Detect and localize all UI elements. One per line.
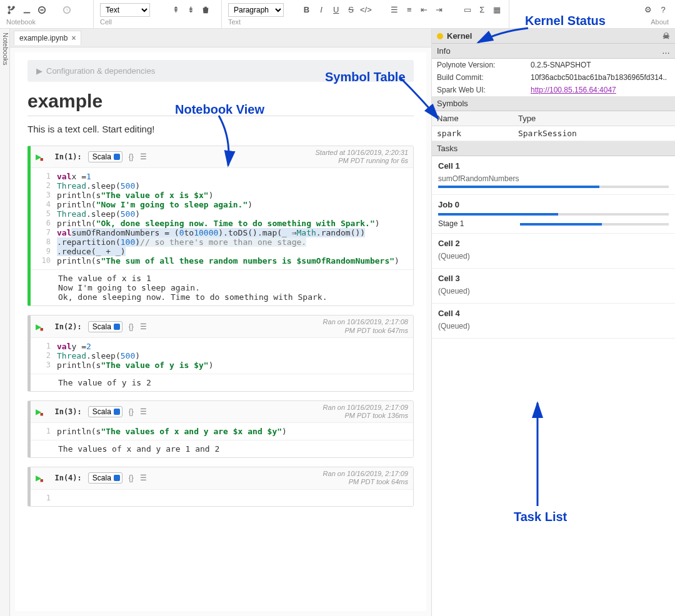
kernel-status-dot	[437, 33, 443, 39]
formula-icon[interactable]: Σ	[476, 4, 488, 16]
stop-icon[interactable]: ■	[40, 477, 43, 484]
tasks-header[interactable]: Tasks	[432, 141, 675, 156]
info-header[interactable]: Info…	[432, 44, 675, 59]
strike-icon[interactable]: S	[346, 4, 357, 16]
code-icon[interactable]: </>	[360, 4, 371, 16]
table-icon[interactable]: ▦	[491, 4, 502, 16]
lang-select[interactable]: Scala	[88, 406, 122, 417]
notebook-group-label: Notebook	[6, 18, 87, 26]
about-label: About	[651, 18, 669, 26]
code-editor[interactable]: 1val y = 2 2Thread.sleep(500) 3println(s…	[31, 338, 413, 374]
move-up-icon[interactable]: ⇞	[170, 4, 181, 16]
symbol-table: NameType sparkSparkSession	[432, 111, 675, 141]
cell-output: The value of y is 2	[31, 374, 413, 391]
braces-icon[interactable]: {}	[129, 407, 134, 416]
skull-icon[interactable]: ☠	[662, 31, 670, 41]
spark-ui-link[interactable]: http://100.85.156.64:4047	[531, 86, 616, 94]
help-icon[interactable]: ?	[658, 4, 669, 16]
clock-icon[interactable]	[61, 4, 72, 16]
cell-type-select[interactable]: Text	[100, 3, 150, 17]
cell-label: In(2):	[54, 322, 81, 331]
ul-icon[interactable]: ☰	[389, 4, 400, 16]
cell-meta: Ran on 10/16/2019, 2:17:09PM PDT took 13…	[323, 404, 408, 420]
close-icon[interactable]: ×	[71, 34, 76, 42]
branch-icon[interactable]	[6, 4, 18, 16]
code-editor[interactable]: 1println(s"The values of x and y are $x …	[31, 423, 413, 440]
toolbar: Notebook Text ⇞ ⇟ Cell Paragraph B I U S…	[0, 0, 675, 29]
bold-icon[interactable]: B	[301, 4, 312, 16]
task-cell-4: Cell 4 (Queued)	[432, 304, 675, 339]
lang-select[interactable]: Scala	[88, 472, 122, 484]
notebooks-sidebar[interactable]: Notebooks	[0, 29, 10, 616]
text-cell[interactable]: This is a text cell. Start editing!	[28, 124, 414, 134]
code-cell-3: ▶ ■ In(3): Scala {}☰ Ran on 10/16/2019, …	[28, 400, 414, 458]
notebook-view: ▶ Configuration & dependencies example T…	[15, 52, 426, 611]
task-cell-3: Cell 3 (Queued)	[432, 269, 675, 304]
cell-meta: Ran on 10/16/2019, 2:17:08PM PDT took 64…	[323, 318, 408, 334]
settings-icon[interactable]: ⚙	[642, 4, 654, 16]
braces-icon[interactable]: {}	[129, 152, 134, 161]
tab-bar: example.ipynb ×	[10, 29, 431, 47]
task-cell-2: Cell 2 (Queued)	[432, 234, 675, 269]
braces-icon[interactable]: {}	[129, 474, 134, 482]
tab-label: example.ipynb	[19, 34, 68, 42]
code-cell-4: ▶ ■ In(4): Scala {}☰ Ran on 10/16/2019, …	[28, 467, 414, 506]
outdent-icon[interactable]: ⇤	[419, 4, 430, 16]
notebook-title: example	[28, 91, 414, 116]
cell-label: In(1):	[54, 152, 81, 161]
stop-icon[interactable]: ■	[40, 411, 43, 417]
minus-circle-icon[interactable]	[36, 4, 48, 16]
symbols-header[interactable]: Symbols	[432, 96, 675, 111]
stop-icon[interactable]: ■	[40, 326, 43, 332]
notebook-tab[interactable]: example.ipynb ×	[14, 31, 81, 45]
stop-icon[interactable]: ■	[40, 156, 43, 162]
braces-icon[interactable]: {}	[129, 322, 134, 331]
move-down-icon[interactable]: ⇟	[185, 4, 196, 16]
table-row[interactable]: sparkSparkSession	[432, 126, 675, 141]
cell-output: The value of x is 1 Now I'm going to sle…	[31, 269, 413, 306]
cell-output: The values of x and y are 1 and 2	[31, 440, 413, 457]
lang-select[interactable]: Scala	[88, 321, 122, 332]
config-dependencies-bar[interactable]: ▶ Configuration & dependencies	[28, 60, 414, 82]
ol-icon[interactable]: ≡	[404, 4, 415, 16]
kernel-header[interactable]: Kernel ☠	[432, 29, 675, 44]
cell-meta: Started at 10/16/2019, 2:20:31PM PDT run…	[315, 149, 408, 165]
download-icon[interactable]	[21, 4, 32, 16]
cell-label: In(4):	[54, 474, 81, 482]
task-cell-1: Cell 1 sumOfRandomNumbers	[432, 156, 675, 195]
text-group-label: Text	[228, 18, 502, 26]
lang-select[interactable]: Scala	[88, 151, 122, 162]
list-icon[interactable]: ☰	[140, 322, 147, 331]
italic-icon[interactable]: I	[316, 4, 327, 16]
task-job-0: Job 0 Stage 1	[432, 195, 675, 234]
list-icon[interactable]: ☰	[140, 152, 147, 161]
image-icon[interactable]: ▭	[462, 4, 473, 16]
underline-icon[interactable]: U	[331, 4, 342, 16]
code-cell-2: ▶ ■ In(2): Scala {}☰ Ran on 10/16/2019, …	[28, 315, 414, 391]
list-icon[interactable]: ☰	[140, 407, 147, 416]
code-editor[interactable]: 1	[31, 490, 413, 506]
list-icon[interactable]: ☰	[140, 474, 147, 482]
kernel-panel: Kernel ☠ Info… Polynote Version:0.2.5-SN…	[431, 29, 675, 616]
paragraph-select[interactable]: Paragraph	[228, 3, 284, 17]
trash-icon[interactable]	[200, 4, 211, 16]
chevron-right-icon: ▶	[36, 66, 42, 76]
cell-meta: Ran on 10/16/2019, 2:17:09PM PDT took 64…	[323, 470, 408, 486]
code-editor[interactable]: 1val x = 1 2Thread.sleep(500) 3println(s…	[31, 168, 413, 269]
cell-label: In(3):	[54, 407, 81, 416]
cell-group-label: Cell	[100, 18, 215, 26]
code-cell-1: ▶ ■ In(1): Scala {} ☰ Started at 10/16/2…	[28, 146, 414, 306]
indent-icon[interactable]: ⇥	[433, 4, 444, 16]
